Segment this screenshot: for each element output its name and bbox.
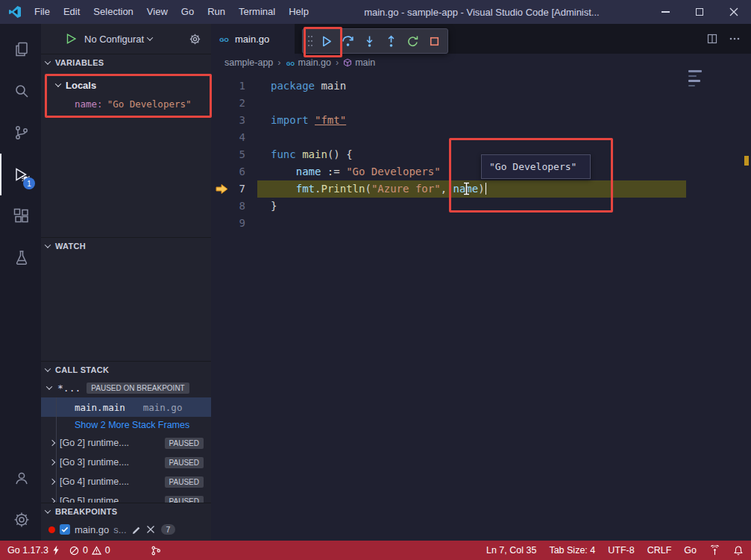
minimize-button[interactable]	[648, 0, 682, 24]
maximize-button[interactable]	[682, 0, 717, 24]
breadcrumb-file[interactable]: GO main.go	[286, 57, 331, 68]
menu-edit[interactable]: Edit	[57, 0, 87, 24]
callstack-thread-row[interactable]: *... PAUSED ON BREAKPOINT	[41, 378, 211, 397]
goroutine-row[interactable]: [Go 4] runtime.... PAUSED	[41, 472, 211, 491]
breakpoint-file: main.go	[75, 524, 109, 535]
breadcrumb-symbol[interactable]: main	[343, 57, 375, 68]
close-button[interactable]	[717, 0, 751, 24]
more-actions-icon[interactable]	[729, 33, 741, 45]
step-over-button[interactable]	[338, 31, 358, 51]
account-icon	[13, 469, 31, 487]
breakpoint-dot-icon	[48, 526, 55, 533]
svg-text:GO: GO	[219, 37, 228, 43]
code-area[interactable]: 1package main23import "fmt"45func main()…	[211, 72, 751, 232]
debug-config-select[interactable]: No Configurat	[81, 31, 155, 47]
locals-scope-row[interactable]: Locals	[41, 75, 211, 95]
menu-help[interactable]: Help	[282, 0, 315, 24]
menu-terminal[interactable]: Terminal	[232, 0, 282, 24]
language-indicator[interactable]: Go	[684, 545, 697, 556]
activitybar-explorer[interactable]	[0, 28, 41, 70]
toolbar-drag-handle[interactable]	[306, 31, 315, 51]
chevron-right-icon	[49, 459, 55, 465]
edit-breakpoint-icon[interactable]	[131, 524, 142, 535]
chevron-down-icon	[45, 507, 51, 513]
variable-value: "Go Developers"	[107, 98, 192, 110]
goroutine-row[interactable]: [Go 3] runtime.... PAUSED	[41, 453, 211, 472]
activitybar-accounts[interactable]	[0, 457, 41, 499]
line-number: 2	[239, 97, 245, 109]
code-line-4[interactable]: 4	[211, 129, 751, 146]
activitybar-search[interactable]	[0, 70, 41, 112]
minimap[interactable]	[688, 70, 705, 89]
activitybar-run-and-debug[interactable]: 1	[0, 154, 41, 195]
call-stack-section-header[interactable]: CALL STACK	[41, 362, 211, 378]
eol-indicator[interactable]: CRLF	[647, 545, 672, 556]
activitybar-source-control[interactable]	[0, 112, 41, 154]
line-number-gutter[interactable]: 5	[211, 146, 253, 163]
code-line-8[interactable]: 8}	[211, 198, 751, 215]
start-debug-icon[interactable]	[66, 34, 76, 44]
goroutine-row[interactable]: [Go 2] runtime.... PAUSED	[41, 433, 211, 453]
line-number-gutter[interactable]: 2	[211, 95, 253, 112]
continue-button[interactable]	[316, 31, 336, 51]
menu-run[interactable]: Run	[201, 0, 232, 24]
menu-view[interactable]: View	[140, 0, 175, 24]
step-out-button[interactable]	[381, 31, 401, 51]
stop-button[interactable]	[424, 31, 444, 51]
debug-settings-button[interactable]	[189, 33, 201, 45]
line-number-gutter[interactable]: 8	[211, 198, 253, 215]
go-version-indicator[interactable]: Go 1.17.3	[7, 545, 60, 556]
breadcrumb-folder[interactable]: sample-app	[224, 57, 273, 68]
remote-indicator[interactable]	[709, 545, 720, 556]
breakpoint-checkbox[interactable]	[60, 524, 70, 535]
bell-icon	[733, 545, 744, 556]
notifications-bell[interactable]	[733, 545, 744, 556]
stop-icon	[428, 35, 441, 48]
beaker-icon	[13, 249, 31, 267]
menu-go[interactable]: Go	[175, 0, 201, 24]
debug-process-indicator[interactable]	[151, 545, 161, 556]
restart-button[interactable]	[403, 31, 423, 51]
menu-file[interactable]: File	[28, 0, 57, 24]
line-number-gutter[interactable]: 3	[211, 112, 253, 129]
breakpoints-section-header[interactable]: BREAKPOINTS	[41, 503, 211, 520]
broadcast-icon	[709, 545, 720, 556]
split-editor-icon[interactable]	[706, 33, 718, 45]
stack-frame-row[interactable]: main.main main.go	[41, 397, 211, 417]
process-fork-icon	[151, 545, 161, 556]
gear-icon	[189, 33, 201, 45]
menu-selection[interactable]: Selection	[87, 0, 139, 24]
code-line-2[interactable]: 2	[211, 95, 751, 112]
code-line-1[interactable]: 1package main	[211, 78, 751, 95]
step-into-button[interactable]	[359, 31, 380, 51]
line-number-gutter[interactable]: 9	[211, 215, 253, 232]
problems-indicator[interactable]: 0 0	[69, 545, 110, 556]
code-line-9[interactable]: 9	[211, 215, 751, 232]
tab-main-go[interactable]: GO main.go	[211, 24, 295, 54]
line-number-gutter[interactable]: 7	[211, 180, 253, 198]
goroutine-row[interactable]: [Go 5] runtime.... PAUSED	[41, 491, 211, 503]
line-number-gutter[interactable]: 4	[211, 129, 253, 146]
restart-icon	[406, 35, 419, 48]
watch-section-header[interactable]: WATCH	[41, 238, 211, 254]
goroutine-label: [Go 5] runtime....	[60, 496, 129, 503]
remove-breakpoint-icon[interactable]	[146, 525, 155, 534]
variables-section-header[interactable]: VARIABLES	[41, 54, 211, 71]
breakpoint-row[interactable]: main.go s... 7	[41, 520, 211, 539]
tab-size-indicator[interactable]: Tab Size: 4	[549, 545, 595, 556]
activitybar-testing[interactable]	[0, 237, 41, 279]
variables-section: VARIABLES Locals name: "Go Developers"	[41, 54, 211, 237]
activitybar-extensions[interactable]	[0, 195, 41, 237]
line-number-gutter[interactable]: 6	[211, 163, 253, 180]
show-more-frames-link[interactable]: Show 2 More Stack Frames	[41, 417, 211, 433]
encoding-indicator[interactable]: UTF-8	[608, 545, 634, 556]
line-col-indicator[interactable]: Ln 7, Col 35	[486, 545, 536, 556]
code-line-3[interactable]: 3import "fmt"	[211, 112, 751, 129]
code-line-7[interactable]: 7 fmt.Println("Azure for", name)	[211, 180, 751, 198]
line-number: 5	[239, 148, 245, 160]
variable-row[interactable]: name: "Go Developers"	[41, 95, 211, 113]
tab-label: main.go	[235, 34, 269, 45]
line-number-gutter[interactable]: 1	[211, 78, 253, 95]
activitybar-settings[interactable]	[0, 499, 41, 541]
go-file-icon: GO	[219, 34, 230, 45]
